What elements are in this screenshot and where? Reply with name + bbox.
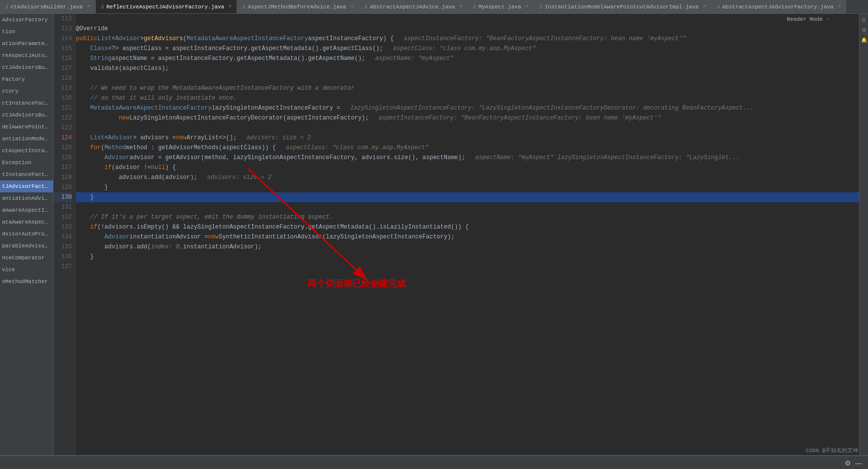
code-line-131 — [76, 202, 859, 212]
code-line-116: String aspectName = aspectInstanceFactor… — [76, 54, 859, 63]
line-num-114: 114 — [54, 34, 72, 44]
line-num-131: 131 — [54, 202, 72, 212]
code-line-136: } — [76, 252, 859, 262]
sidebar-item-0[interactable]: AdvisorFactory — [0, 14, 53, 26]
line-numbers: 112 113 114 115 116 117 118 119 120 121 … — [54, 14, 76, 455]
code-line-126: Advisor advisor = getAdvisor(method, laz… — [76, 153, 859, 163]
java-file-icon: J — [473, 4, 476, 10]
minimize-btn[interactable]: — — [853, 458, 864, 468]
sidebar-item-1[interactable]: tion — [0, 26, 53, 38]
code-line-125: for (Method method : getAdvisorMethods(a… — [76, 143, 859, 153]
line-num-122: 122 — [54, 113, 72, 123]
tab-my-aspect[interactable]: J MyAspect.java × — [468, 0, 534, 13]
code-line-134: Advisor instantiationAdvisor = new Synth… — [76, 232, 859, 242]
sidebar-item-11[interactable]: tInstanceFactory — [0, 169, 53, 180]
main-layout: AdvisorFactory tion ationParameterNam re… — [0, 14, 868, 455]
tab-bar: J ctAdvisorsBuilder.java × J ReflectiveA… — [0, 0, 868, 14]
sidebar-item-5[interactable]: ctInstanceFactory — [0, 97, 53, 109]
bookmark-btn[interactable]: ☰ — [860, 16, 868, 24]
line-num-135: 135 — [54, 242, 72, 252]
bottom-panel: ⚙ — ▶ group "main": RUNNING ↷ ↓ ↑ ⤵ ⊟ + … — [0, 455, 868, 469]
tab-advisors-builder[interactable]: J ctAdvisorsBuilder.java × — [0, 0, 96, 13]
sidebar-item-14[interactable]: ataAwareAspectInsta — [0, 216, 53, 228]
line-num-129: 129 — [54, 182, 72, 192]
sidebar-item-16[interactable]: parableAdvissorHold er — [0, 240, 53, 252]
sidebar-item-19[interactable]: sMethodMatcher — [0, 276, 53, 288]
line-num-120: 120 — [54, 93, 72, 103]
sidebar: AdvisorFactory tion ationParameterNam re… — [0, 14, 54, 455]
line-num-127: 127 — [54, 163, 72, 173]
sidebar-item-factory2[interactable]: ctory — [0, 85, 53, 97]
sidebar-item-15[interactable]: dvisorAutoProxyCrea t — [0, 228, 53, 240]
settings-btn[interactable]: ⚙ — [843, 458, 853, 468]
sidebar-item-13[interactable]: aAwareAspectInstan ce — [0, 204, 53, 216]
tab-reflective-advisor-factory[interactable]: J ReflectiveAspectJAdvisorFactory.java × — [96, 0, 237, 13]
java-file-icon: J — [242, 4, 246, 10]
code-line-135: advisors.add( index: 0, instantiationAdv… — [76, 242, 859, 252]
code-line-117: validate(aspectClass); — [76, 63, 859, 73]
code-content: @Override public List<Advisor> getAdviso… — [76, 14, 859, 455]
line-num-112: 112 — [54, 14, 72, 24]
code-line-119: // We need to wrap the MetadataAwareAspe… — [76, 83, 859, 93]
tab-before-advice[interactable]: J AspectJMethodBeforeAdvice.java × — [237, 0, 359, 13]
java-file-icon: J — [364, 4, 368, 10]
java-file-icon: J — [716, 4, 720, 10]
sidebar-item-9[interactable]: ctAspectInstanceFactoryD — [0, 145, 53, 157]
sidebar-item-10[interactable]: Exception — [0, 157, 53, 169]
line-num-121: 121 — [54, 103, 72, 113]
right-toolbar: ☰ ⊞ 🔔 — [859, 14, 868, 455]
code-line-127: if (advisor != null) { — [76, 163, 859, 173]
line-num-132: 132 — [54, 212, 72, 222]
line-num-119: 119 — [54, 83, 72, 93]
line-num-133: 133 — [54, 222, 72, 232]
sidebar-item-8[interactable]: antiationModelPoint — [0, 133, 53, 145]
java-file-icon: J — [5, 4, 8, 10]
reader-mode-label: Reader Mode ✓ — [787, 16, 829, 22]
line-num-128: 128 — [54, 173, 72, 182]
line-num-126: 126 — [54, 153, 72, 163]
sidebar-item-4[interactable]: ctJAdvisorsBuilde — [0, 61, 53, 73]
sidebar-item-2[interactable]: ationParameterNam — [0, 38, 53, 50]
line-num-134: 134 — [54, 232, 72, 242]
line-num-113: 113 — [54, 24, 72, 34]
tab-abstract-advice[interactable]: J AbstractAspectJAdvice.java × — [359, 0, 468, 13]
code-line-121: MetadataAwareAspectInstanceFactory lazyS… — [76, 103, 859, 113]
sidebar-item-factory1[interactable]: Factory — [0, 73, 53, 85]
line-num-137: 137 — [54, 262, 72, 272]
sidebar-item-12[interactable]: antiationAdvisor — [0, 192, 53, 204]
line-num-130: 130 — [54, 192, 72, 202]
code-line-115: Class<?> aspectClass = aspectInstanceFac… — [76, 44, 859, 54]
structure-btn[interactable]: ⊞ — [860, 26, 868, 34]
tab-instantiation-model[interactable]: J InstantiationModelAwarePointcutAdvisor… — [534, 0, 712, 13]
line-num-125: 125 — [54, 143, 72, 153]
code-line-118 — [76, 73, 859, 83]
code-line-130: } — [76, 192, 859, 202]
sidebar-item-advisor-factory[interactable]: tJAdvisorFactory — [0, 180, 53, 192]
code-line-120: // so that it will only instantiate once… — [76, 93, 859, 103]
sidebar-item-6[interactable]: ctJAdvisorsBuilder — [0, 109, 53, 121]
code-line-137 — [76, 262, 859, 272]
editor-area: Reader Mode ✓ 112 113 114 115 116 117 11… — [54, 14, 859, 455]
notifications-btn[interactable]: 🔔 — [860, 36, 868, 44]
line-num-123: 123 — [54, 123, 72, 133]
code-container: 112 113 114 115 116 117 118 119 120 121 … — [54, 14, 859, 455]
java-file-icon: J — [101, 4, 104, 10]
sidebar-item-18[interactable]: vice — [0, 264, 53, 276]
line-num-115: 115 — [54, 44, 72, 54]
line-num-136: 136 — [54, 252, 72, 262]
code-line-124: List<Advisor> advisors = new ArrayList<>… — [76, 133, 859, 143]
code-line-132: // If it's a per target aspect, emit the… — [76, 212, 859, 222]
code-line-122: new LazySingletonAspectInstanceFactoryDe… — [76, 113, 859, 123]
sidebar-item-17[interactable]: nceComparator — [0, 252, 53, 264]
sidebar-item-7[interactable]: delAwarePointcutAd — [0, 121, 53, 133]
code-line-112 — [76, 14, 859, 24]
code-line-113: @Override — [76, 24, 859, 34]
sidebar-item-3[interactable]: reAspectJAutoProxyCo — [0, 50, 53, 61]
bottom-toolbar-gear: ⚙ — — [0, 456, 868, 469]
java-file-icon: J — [539, 4, 543, 10]
line-num-118: 118 — [54, 73, 72, 83]
code-line-133: if (!advisors.isEmpty() && lazySingleton… — [76, 222, 859, 232]
tab-abstract-advisor-factory[interactable]: J AbstractAspectJAdvisorFactory.java × — [711, 0, 846, 13]
code-line-128: advisors.add(advisor); advisors: size = … — [76, 173, 859, 182]
code-line-114: public List<Advisor> getAdvisors(Metadat… — [76, 34, 859, 44]
